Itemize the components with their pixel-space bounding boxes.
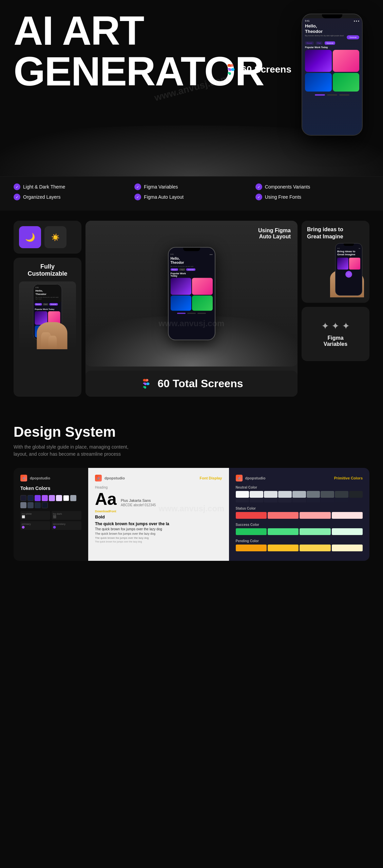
- studio-label-token: dpopstudio: [30, 476, 50, 480]
- success-color-section: Success Color: [236, 523, 363, 535]
- figma-logo-token: [20, 475, 27, 481]
- bring-ideas-title: Bring ideas to Great Imagine: [307, 226, 364, 240]
- screens-count: 60 Screens: [241, 64, 291, 75]
- xxs-sample: The quick brown fox jumps over the lazy …: [95, 540, 222, 543]
- variables-icon: ✦ ✦ ✦: [321, 320, 350, 332]
- status-color-section: Status Color: [236, 507, 363, 519]
- feature-label-1: Light & Dark Theme: [23, 184, 65, 190]
- success-color-label: Success Color: [236, 523, 363, 527]
- features-grid: ✓ Light & Dark Theme ✓ Figma Variables ✓…: [14, 183, 369, 200]
- font-display-card: dpopstudio Font Display Heading Aa Plus …: [88, 468, 229, 561]
- pending-color-section: Pending Color: [236, 539, 363, 551]
- figma-variables-title: Figma Variables: [324, 335, 347, 347]
- pending-color-label: Pending Color: [236, 539, 363, 543]
- success-swatches: [236, 528, 363, 535]
- heading-label: Heading: [95, 486, 222, 489]
- dark-theme-button[interactable]: 🌙: [19, 226, 41, 248]
- pending-swatches: [236, 545, 363, 551]
- primitive-colors-label: Primitive Colors: [334, 476, 363, 480]
- figma-variables-card: ✦ ✦ ✦ Figma Variables: [302, 307, 369, 361]
- screens-badge: 60 Screens: [224, 63, 291, 76]
- figma-logo-font: [95, 475, 102, 481]
- font-aa-display: Aa: [95, 491, 117, 508]
- hero-phone: 9:41 ● ● ● Hello, Theodor Big monster de…: [302, 14, 363, 136]
- neutral-color-label: Neutral Color: [236, 486, 363, 489]
- check-icon-3: ✓: [255, 183, 262, 190]
- total-screens-text: 60 Total Screens: [158, 377, 243, 390]
- regular-sample: The quick brown fox jumps over the lazy …: [95, 527, 222, 531]
- customizable-card: Fully Customizable 9:51 Hello,Theodor Bi…: [14, 258, 81, 397]
- feature-item-4: ✓ Organized Layers: [14, 194, 128, 200]
- bold-sample: The quick brown fox jumps over the la: [95, 521, 222, 526]
- check-icon-1: ✓: [14, 183, 20, 190]
- design-system-section: www.anvusj.com Design System With the gl…: [0, 407, 383, 585]
- hand-phone-image: 9:51 Hello,Theodor Big monster destroy t…: [19, 281, 76, 349]
- check-icon-5: ✓: [134, 194, 141, 200]
- token-colors-label: Token Colors: [20, 486, 81, 491]
- xs-sample: The quick brown fox jumps over the lazy …: [95, 536, 222, 539]
- status-swatches: [236, 512, 363, 519]
- bold-label: Bold: [95, 514, 222, 519]
- primitive-colors-card: dpopstudio Primitive Colors Neutral Colo…: [229, 468, 370, 561]
- neutral-color-section: Neutral Color: [236, 486, 363, 502]
- feature-item-5: ✓ Figma Auto Layout: [134, 194, 248, 200]
- design-system-subtitle: With the global style guide in place, ma…: [14, 443, 136, 458]
- studio-label-primitive: dpopstudio: [245, 476, 266, 480]
- hero-section: www.anvusj.com AI ART GENERATOR 60 Scree…: [0, 0, 383, 176]
- light-theme-button[interactable]: ☀️: [44, 226, 66, 248]
- feature-item-3: ✓ Components Variants: [255, 183, 369, 190]
- feature-label-5: Figma Auto Layout: [144, 194, 184, 200]
- autolayout-label: Using Figma Auto Layout: [258, 228, 291, 240]
- feature-item-6: ✓ Using Free Fonts: [255, 194, 369, 200]
- theme-toggle-card: 🌙 ☀️: [14, 221, 81, 254]
- token-swatches: [20, 495, 81, 508]
- check-icon-2: ✓: [134, 183, 141, 190]
- feature-label-3: Components Variants: [265, 184, 310, 190]
- download-font-label: DownloadFont: [95, 510, 222, 513]
- font-abc-sample: ABCDE abcdef 012345: [121, 502, 156, 508]
- check-icon-6: ✓: [255, 194, 262, 200]
- design-system-title: Design System: [14, 424, 369, 440]
- features-section: ✓ Light & Dark Theme ✓ Figma Variables ✓…: [0, 176, 383, 211]
- feature-item-1: ✓ Light & Dark Theme: [14, 183, 128, 190]
- light-sample: The quick brown fox jumps over the lazy …: [95, 532, 222, 535]
- figma-logo-primitive: [236, 475, 243, 481]
- studio-label-font: dpopstudio: [104, 476, 125, 480]
- bring-ideas-card: Bring ideas to Great Imagine 9:41●● Brin…: [302, 221, 369, 303]
- status-color-label: Status Color: [236, 507, 363, 510]
- font-display-label: Font Display: [199, 476, 222, 480]
- customizable-title: Fully Customizable: [19, 263, 76, 277]
- total-screens-bar: 60 Total Screens: [85, 371, 298, 397]
- left-column: 🌙 ☀️ Fully Customizable 9:51 Hello,Theod…: [14, 221, 81, 397]
- check-icon-4: ✓: [14, 194, 20, 200]
- font-name-label: Plus Jakarta Sans: [121, 498, 156, 502]
- feature-label-6: Using Free Fonts: [265, 194, 301, 200]
- center-autolayout-card: Using Figma Auto Layout 9:41●●● Hello,Th…: [85, 221, 298, 397]
- right-column: Bring ideas to Great Imagine 9:41●● Brin…: [302, 221, 369, 397]
- feature-label-2: Figma Variables: [144, 184, 178, 190]
- cards-section: www.anvusj.com 🌙 ☀️ Fully Customizable: [0, 211, 383, 407]
- neutral-swatches: [236, 491, 363, 498]
- cards-grid: 🌙 ☀️ Fully Customizable 9:51 Hello,Theod…: [14, 221, 369, 397]
- feature-label-4: Organized Layers: [23, 194, 61, 200]
- feature-item-2: ✓ Figma Variables: [134, 183, 248, 190]
- token-colors-card: dpopstudio Token Colors bg white⬜: [14, 468, 88, 561]
